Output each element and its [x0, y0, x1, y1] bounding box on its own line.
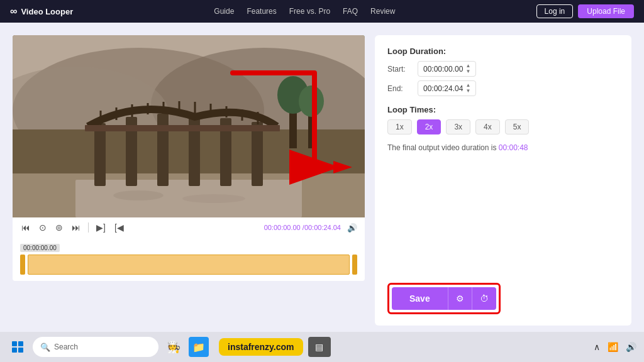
nav-link-features[interactable]: Features — [247, 7, 276, 16]
end-time-up[interactable]: ▲ — [465, 83, 470, 88]
timeline-handle-left[interactable] — [20, 255, 25, 275]
win-square-1 — [12, 341, 17, 346]
loop-4x-button[interactable]: 4x — [475, 119, 500, 134]
chevron-up-icon[interactable]: ∧ — [594, 342, 600, 352]
win-square-2 — [18, 341, 23, 346]
svg-rect-9 — [157, 114, 169, 186]
end-time-value: 00:00:24.04 — [423, 84, 463, 93]
file-manager-icon: 📁 — [192, 341, 205, 353]
wifi-icon[interactable]: 📶 — [608, 342, 618, 352]
timeline-progress[interactable] — [28, 255, 350, 275]
search-icon: 🔍 — [40, 343, 50, 352]
start-label: Start: — [387, 65, 411, 74]
save-button[interactable]: Save — [392, 287, 448, 310]
end-time-input[interactable]: 00:00:24.04 ▲ ▼ — [418, 80, 476, 96]
svg-rect-7 — [94, 123, 106, 186]
start-time-down[interactable]: ▼ — [465, 69, 470, 74]
svg-point-30 — [299, 85, 324, 117]
loop-3x-button[interactable]: 3x — [446, 119, 470, 134]
instafrenzy-badge: instafrenzy.com — [219, 338, 303, 356]
nav-link-guide[interactable]: Guide — [214, 7, 234, 16]
controls-divider — [88, 222, 89, 233]
svg-rect-13 — [85, 125, 280, 131]
volume-icon[interactable]: 🔊 — [347, 223, 357, 233]
start-time-up[interactable]: ▲ — [465, 63, 470, 69]
nav-actions: Log in Upload File — [536, 4, 634, 18]
end-field-row: End: 00:00:24.04 ▲ ▼ — [387, 80, 619, 96]
taskbar-search-bar[interactable]: 🔍 Search — [33, 337, 158, 357]
loop-times-section: Loop Times: 1x 2x 3x 4x 5x — [387, 105, 619, 134]
loop-times-buttons: 1x 2x 3x 4x 5x — [387, 119, 619, 134]
upload-button[interactable]: Upload File — [578, 4, 634, 18]
windows-icon — [12, 341, 23, 353]
timeline-bar[interactable] — [20, 255, 357, 275]
timeline-handle-right[interactable] — [352, 255, 357, 275]
save-highlight-box: Save ⚙ ⏱ — [387, 283, 501, 314]
save-area: Save ⚙ ⏱ — [387, 283, 619, 314]
output-time: 00:00:48 — [499, 143, 528, 152]
skip-back-button[interactable]: ⏮ — [20, 221, 31, 234]
main-content: ⏮ ⊙ ⊚ ⏭ ▶] [◀ 00:00:00.00 /00:00:24.04 🔊… — [0, 23, 644, 332]
svg-point-26 — [182, 194, 245, 203]
nav-link-review[interactable]: Review — [370, 7, 395, 16]
timeline-area: 00:00:00.00 — [13, 238, 365, 281]
taskbar: 🔍 Search 🧑‍🍳 📁 instafrenzy.com ▤ ∧ 📶 🔊 — [0, 332, 644, 362]
login-button[interactable]: Log in — [536, 4, 574, 18]
loop-2x-button[interactable]: 2x — [417, 119, 441, 134]
clip-end-button[interactable]: [◀ — [113, 221, 125, 234]
nav-links: Guide Features Free vs. Pro FAQ Review — [88, 7, 521, 16]
save-history-button[interactable]: ⏱ — [472, 287, 496, 310]
loop-1x-button[interactable]: 1x — [387, 119, 412, 134]
save-settings-button[interactable]: ⚙ — [448, 287, 472, 310]
win-square-4 — [18, 348, 23, 353]
loop-duration-section: Loop Duration: Start: 00:00:00.00 ▲ ▼ En… — [387, 47, 619, 96]
taskbar-file-manager[interactable]: 📁 — [189, 337, 209, 357]
volume-taskbar-icon[interactable]: 🔊 — [626, 342, 636, 352]
nav-link-freevspro[interactable]: Free vs. Pro — [289, 7, 330, 16]
video-player[interactable] — [13, 35, 365, 217]
taskbar-right-area: ∧ 📶 🔊 — [594, 342, 636, 352]
start-time-input[interactable]: 00:00:00.00 ▲ ▼ — [418, 61, 476, 77]
current-time-display: 00:00:00.00 /00:00:24.04 — [264, 224, 341, 231]
clip-start-button[interactable]: ▶] — [95, 221, 107, 234]
settings-panel: Loop Duration: Start: 00:00:00.00 ▲ ▼ En… — [375, 35, 631, 326]
svg-point-25 — [113, 190, 164, 200]
logo-icon: ∞ — [10, 6, 17, 17]
taskbar-app-emoji[interactable]: 🧑‍🍳 — [164, 337, 184, 357]
video-controls: ⏮ ⊙ ⊚ ⏭ ▶] [◀ 00:00:00.00 /00:00:24.04 🔊 — [13, 217, 365, 238]
start-time-value: 00:00:00.00 — [423, 65, 463, 74]
search-placeholder-text: Search — [54, 343, 78, 351]
skip-forward-button[interactable]: ⏭ — [70, 221, 82, 234]
taskbar-extra-app[interactable]: ▤ — [308, 337, 331, 357]
timeline-stamp: 00:00:00.00 — [20, 244, 60, 252]
output-info: The final output video duration is 00:00… — [387, 143, 619, 152]
nav-link-faq[interactable]: FAQ — [343, 7, 358, 16]
end-time-down[interactable]: ▼ — [465, 89, 470, 94]
svg-rect-12 — [252, 122, 263, 186]
loop-toggle-button[interactable]: ⊚ — [54, 221, 64, 234]
start-time-spinners: ▲ ▼ — [465, 63, 470, 74]
top-navigation: ∞ Video Looper Guide Features Free vs. P… — [0, 0, 644, 23]
end-label: End: — [387, 84, 411, 93]
loop-5x-button[interactable]: 5x — [505, 119, 530, 134]
play-button[interactable]: ⊙ — [38, 221, 48, 234]
loop-duration-label: Loop Duration: — [387, 47, 619, 56]
video-section: ⏮ ⊙ ⊚ ⏭ ▶] [◀ 00:00:00.00 /00:00:24.04 🔊… — [13, 35, 365, 326]
logo-text: Video Looper — [21, 7, 73, 16]
windows-start-button[interactable] — [8, 337, 28, 357]
start-field-row: Start: 00:00:00.00 ▲ ▼ — [387, 61, 619, 77]
logo: ∞ Video Looper — [10, 6, 73, 17]
win-square-3 — [12, 348, 17, 353]
end-time-spinners: ▲ ▼ — [465, 83, 470, 94]
loop-times-label: Loop Times: — [387, 105, 619, 114]
extra-app-icon: ▤ — [315, 342, 323, 352]
